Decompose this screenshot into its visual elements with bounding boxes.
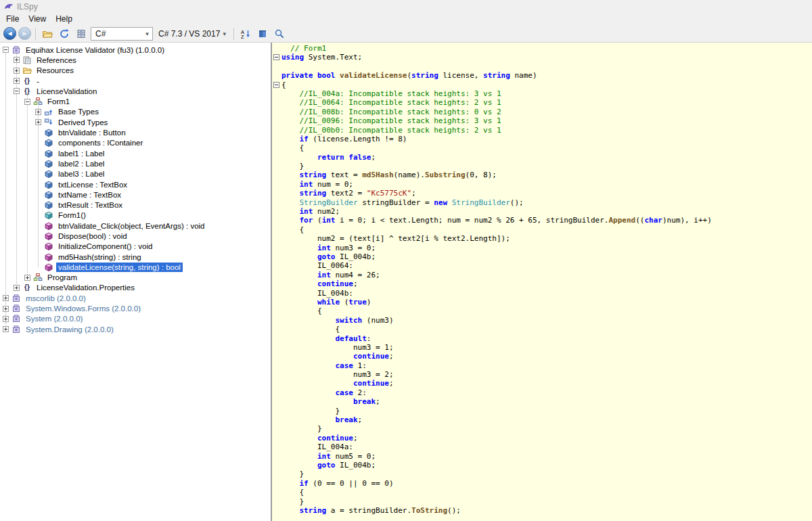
tree-item-label: txtName : TextBox xyxy=(56,190,123,200)
tree-item[interactable]: InitializeComponent() : void xyxy=(0,242,271,252)
tree-item[interactable]: {}LicenseValidation xyxy=(0,86,271,96)
assembly-tree[interactable]: Equihax License Validator (fu3) (1.0.0.0… xyxy=(0,43,271,521)
code-text: { xyxy=(281,488,304,497)
tree-item[interactable]: mscorlib (2.0.0.0) xyxy=(0,293,271,303)
chevron-down-icon: ▾ xyxy=(142,30,152,37)
decompiled-code-view[interactable]: // Form1using System.Text;private bool v… xyxy=(272,43,812,521)
fold-collapse-icon[interactable] xyxy=(273,82,279,88)
language-select[interactable]: C# ▾ xyxy=(91,27,153,41)
namespace-icon: {} xyxy=(22,283,32,292)
tree-item[interactable]: System.Drawing (2.0.0.0) xyxy=(0,324,271,334)
fold-gutter xyxy=(272,71,281,80)
tree-item[interactable]: btnValidate_Click(object, EventArgs) : v… xyxy=(0,221,271,231)
code-line: num3 = 1; xyxy=(272,343,812,352)
fold-gutter xyxy=(272,289,281,298)
tree-item[interactable]: validateLicense(string, string) : bool xyxy=(0,262,271,272)
fold-gutter xyxy=(272,488,281,497)
code-text: { xyxy=(281,81,286,89)
code-text: continue; xyxy=(281,434,358,443)
menu-file[interactable]: File xyxy=(1,14,24,24)
code-line: IL_004b: xyxy=(272,289,812,298)
code-text: continue; xyxy=(281,279,358,288)
code-line: int num2; xyxy=(272,207,812,216)
expand-icon[interactable] xyxy=(14,78,20,84)
expand-icon[interactable] xyxy=(14,285,20,291)
fold-gutter xyxy=(272,108,281,116)
tree-item[interactable]: Program xyxy=(0,273,271,283)
reload-button[interactable] xyxy=(57,26,72,41)
open-folder-icon xyxy=(42,28,53,39)
code-line: //IL_0064: Incompatible stack heights: 2… xyxy=(272,98,812,107)
tree-item[interactable]: md5Hash(string) : string xyxy=(0,252,271,262)
open-from-gac-button[interactable] xyxy=(74,26,89,41)
code-line: { xyxy=(272,225,812,234)
code-line: break; xyxy=(272,415,812,424)
tree-item[interactable]: label2 : Label xyxy=(0,158,271,168)
forward-button[interactable]: ▶ xyxy=(18,27,31,40)
tree-item[interactable]: txtName : TextBox xyxy=(0,189,271,200)
expand-icon[interactable] xyxy=(14,68,20,74)
open-file-button[interactable] xyxy=(40,26,55,41)
tree-item[interactable]: {}LicenseValidation.Properties xyxy=(0,283,271,293)
code-line: string text2 = "Kc5775cK"; xyxy=(272,189,812,198)
title-bar: ILSpy xyxy=(0,0,812,13)
tree-item-label: label1 : Label xyxy=(56,149,106,158)
fold-gutter xyxy=(272,443,281,451)
search-button[interactable] xyxy=(272,26,287,41)
tree-item[interactable]: Form1() xyxy=(0,210,271,221)
back-button[interactable]: ◀ xyxy=(3,27,16,40)
expand-icon[interactable] xyxy=(3,326,9,332)
fold-gutter xyxy=(272,271,281,279)
collapse-icon[interactable] xyxy=(3,47,9,53)
code-text: } xyxy=(281,424,322,433)
tree-item-label: Form1() xyxy=(56,210,88,220)
code-line: break; xyxy=(272,397,812,406)
namespace-icon: {} xyxy=(22,76,32,86)
fold-collapse-icon[interactable] xyxy=(273,54,279,60)
tree-item[interactable]: Base Types xyxy=(0,107,271,117)
fold-gutter xyxy=(272,89,281,98)
tree-item-label: btnValidate_Click(object, EventArgs) : v… xyxy=(56,221,206,231)
code-line: { xyxy=(272,81,812,89)
fold-gutter xyxy=(272,370,281,379)
tree-item[interactable]: components : IContainer xyxy=(0,138,271,148)
tree-item[interactable]: Derived Types xyxy=(0,117,271,127)
tree-item[interactable]: References xyxy=(0,55,271,65)
expand-icon[interactable] xyxy=(35,119,41,125)
expand-icon[interactable] xyxy=(3,316,9,322)
menu-view[interactable]: View xyxy=(24,14,51,24)
library-button[interactable] xyxy=(255,26,270,41)
expand-icon[interactable] xyxy=(24,275,30,281)
code-text: //IL_0064: Incompatible stack heights: 2… xyxy=(281,98,501,107)
expand-icon[interactable] xyxy=(3,295,9,301)
tree-item-label: Resources xyxy=(35,66,76,75)
collapse-icon[interactable] xyxy=(24,99,30,105)
tree-item[interactable]: txtLicense : TextBox xyxy=(0,179,271,189)
code-text: num3 = 1; xyxy=(281,343,394,352)
fold-gutter xyxy=(272,198,281,207)
fold-gutter xyxy=(272,162,281,171)
tree-item[interactable]: Resources xyxy=(0,66,271,76)
fold-gutter xyxy=(272,98,281,107)
compiler-version-select[interactable]: C# 7.3 / VS 2017 ▾ xyxy=(155,27,229,41)
tree-item[interactable]: System.Windows.Forms (2.0.0.0) xyxy=(0,303,271,313)
tree-item[interactable]: btnValidate : Button xyxy=(0,127,271,137)
tree-item[interactable]: Equihax License Validator (fu3) (1.0.0.0… xyxy=(0,45,271,55)
sort-assemblies-button[interactable]: AZ xyxy=(238,26,253,41)
code-text: string text = md5Hash(name).Substring(0,… xyxy=(281,171,497,179)
tree-item[interactable]: Dispose(bool) : void xyxy=(0,231,271,241)
tree-item[interactable]: Form1 xyxy=(0,96,271,106)
menu-help[interactable]: Help xyxy=(51,14,77,24)
collapse-icon[interactable] xyxy=(14,88,20,94)
tree-item[interactable]: {}- xyxy=(0,76,271,86)
code-text: int num5 = 0; xyxy=(281,452,376,461)
expand-icon[interactable] xyxy=(3,306,9,312)
code-text: { xyxy=(281,325,340,334)
tree-item[interactable]: label3 : Label xyxy=(0,169,271,179)
code-text: // Form1 xyxy=(281,44,326,53)
expand-icon[interactable] xyxy=(14,57,20,63)
tree-item[interactable]: System (2.0.0.0) xyxy=(0,314,271,324)
expand-icon[interactable] xyxy=(35,109,41,115)
tree-item[interactable]: txtResult : TextBox xyxy=(0,200,271,210)
tree-item[interactable]: label1 : Label xyxy=(0,148,271,158)
